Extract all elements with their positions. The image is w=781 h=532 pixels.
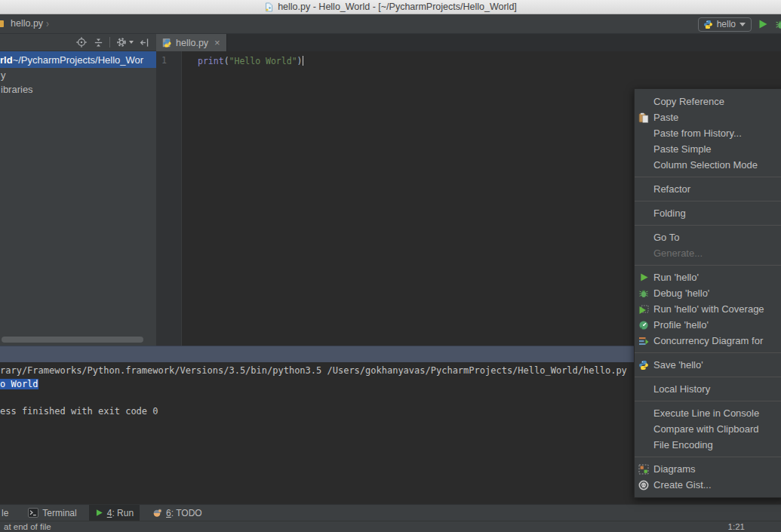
github-icon [638, 479, 650, 491]
menu-item-concurrency-diagram[interactable]: Concurrency Diagram for [635, 333, 781, 349]
line-number: 1 [156, 55, 181, 66]
tab-label: hello.py [176, 38, 208, 48]
editor-gutter: 1 [156, 51, 182, 346]
menu-item-run-hello[interactable]: Run 'hello' [635, 269, 781, 285]
code-string: "Hello World" [229, 56, 297, 66]
code-function: print [198, 56, 224, 66]
menu-separator [635, 377, 781, 377]
menu-item-paste[interactable]: Paste [635, 109, 781, 125]
breadcrumb-file[interactable]: hello.py [11, 18, 43, 29]
run-button[interactable] [758, 19, 768, 29]
hide-panel-icon[interactable] [139, 37, 150, 48]
chevron-down-icon [739, 23, 746, 26]
status-message: at end of file [4, 522, 51, 531]
editor-tab-strip: hello.py × [156, 34, 781, 51]
menu-separator [635, 352, 781, 353]
menu-item-compare-with-clipboard[interactable]: Compare with Clipboard [635, 421, 781, 437]
menu-item-file-encoding[interactable]: File Encoding [635, 437, 781, 453]
tree-item-path: ~/PycharmProjects/Hello_Wor [13, 54, 144, 66]
menu-item-column-selection-mode[interactable]: Column Selection Mode [635, 157, 781, 173]
debug-icon [638, 288, 650, 300]
menu-item-go-to[interactable]: Go To [635, 229, 781, 245]
collapse-all-icon[interactable] [93, 37, 104, 48]
tree-item-project-root[interactable]: rld ~/PycharmProjects/Hello_Wor [0, 51, 156, 68]
window-title: hello.py - Hello_World - [~/PycharmProje… [278, 2, 517, 12]
menu-item-local-history[interactable]: Local History [635, 381, 781, 397]
project-panel-toolbar [0, 34, 156, 51]
tool-window-button-partial[interactable]: le [0, 508, 11, 518]
menu-separator [635, 265, 781, 266]
chevron-down-icon [129, 41, 134, 44]
menu-item-profile-hello[interactable]: Profile 'hello' [635, 317, 781, 333]
menu-separator [635, 177, 781, 177]
tool-window-button-terminal[interactable]: Terminal [22, 505, 82, 521]
terminal-icon [28, 508, 38, 518]
menu-separator [635, 457, 781, 457]
python-icon [703, 20, 713, 29]
file-icon [264, 2, 274, 12]
menu-item-generate: Generate... [635, 245, 781, 261]
tree-item-hello-py[interactable]: y [0, 68, 156, 82]
menu-item-run-hello-with-coverage[interactable]: Run 'hello' with Coverage [635, 301, 781, 317]
menu-item-debug-hello[interactable]: Debug 'hello' [635, 285, 781, 301]
editor-tab-hello-py[interactable]: hello.py × [156, 34, 227, 51]
menu-item-execute-line-in-console[interactable]: Execute Line in Console [635, 405, 781, 421]
menu-item-refactor[interactable]: Refactor [635, 181, 781, 197]
tree-item-label: ibraries [1, 84, 33, 95]
diagrams-icon [638, 463, 650, 475]
menu-item-copy-reference[interactable]: Copy Reference [635, 94, 781, 109]
run-configuration-select[interactable]: hello [698, 17, 752, 32]
text-caret [303, 56, 304, 66]
menu-separator [635, 201, 781, 201]
window-titlebar: hello.py - Hello_World - [~/PycharmProje… [0, 0, 781, 14]
menu-separator [635, 225, 781, 226]
menu-item-folding[interactable]: Folding [635, 205, 781, 221]
menu-item-create-gist[interactable]: Create Gist... [635, 477, 781, 493]
run-icon [638, 272, 650, 284]
concurrency-icon [638, 335, 650, 347]
menu-item-paste-simple[interactable]: Paste Simple [635, 141, 781, 157]
python-file-icon [161, 38, 172, 48]
code-paren: ) [297, 56, 303, 66]
locate-file-icon[interactable] [75, 36, 88, 48]
code-paren: ( [224, 56, 229, 66]
coverage-icon [638, 303, 650, 315]
horizontal-scrollbar[interactable] [2, 337, 143, 343]
tool-window-bar: le Terminal 4: Run 6: TODO [0, 504, 781, 521]
run-configuration-name: hello [717, 19, 736, 29]
menu-separator [635, 401, 781, 401]
settings-gear-button[interactable] [115, 36, 134, 48]
file-icon-fragment [0, 20, 4, 27]
tree-item-label: y [1, 69, 6, 81]
todo-icon [152, 508, 162, 518]
profiler-icon [638, 319, 650, 331]
status-bar: at end of file 1:21 [0, 521, 781, 532]
run-icon [95, 509, 103, 517]
tree-item-external-libraries[interactable]: ibraries [0, 82, 156, 97]
toolbar-separator [109, 37, 110, 48]
close-tab-icon[interactable]: × [214, 38, 220, 48]
menu-item-save-hello[interactable]: Save 'hello' [635, 357, 781, 373]
paste-icon [638, 112, 650, 124]
chevron-right-icon: › [46, 17, 49, 30]
editor-context-menu: Copy Reference Paste Paste from History.… [634, 88, 781, 498]
run-toolbar: hello [698, 14, 781, 34]
menu-item-paste-from-history[interactable]: Paste from History... [635, 125, 781, 141]
python-icon [638, 359, 650, 371]
tool-window-button-todo[interactable]: 6: TODO [146, 505, 208, 521]
breadcrumb[interactable]: hello.py › [5, 18, 49, 29]
project-panel: rld ~/PycharmProjects/Hello_Wor y ibrari… [0, 51, 156, 346]
menu-item-diagrams[interactable]: Diagrams [635, 461, 781, 477]
tool-window-button-run[interactable]: 4: Run [89, 505, 140, 521]
tree-item-name: rld [0, 54, 13, 66]
console-selected-text: o World [0, 379, 38, 389]
caret-position[interactable]: 1:21 [728, 522, 745, 531]
debug-button[interactable] [775, 19, 781, 30]
navigation-bar [0, 14, 781, 34]
